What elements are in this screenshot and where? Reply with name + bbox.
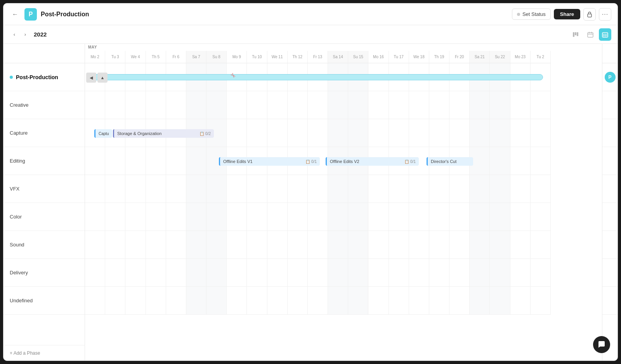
day-header-cell: Su 15 [348, 51, 368, 63]
phase-item-delivery[interactable]: Delivery [3, 259, 85, 287]
days-row: Mo 2Tu 3We 4Th 5Fr 6Sa 7Su 8Mo 9Tu 10We … [85, 51, 551, 63]
add-phase-button[interactable]: + Add a Phase [3, 345, 85, 361]
gantt-cell [490, 259, 510, 286]
task-bar-editing-2[interactable]: Offline Edits V2📋 0/1 [326, 157, 419, 166]
gantt-cell [166, 287, 186, 314]
bar-action-right[interactable]: ▲ [97, 73, 108, 83]
gantt-cell [267, 287, 288, 314]
gantt-cell [105, 147, 125, 175]
gantt-cell [146, 231, 166, 258]
gantt-cell [288, 91, 308, 119]
phase-item-editing[interactable]: Editing [3, 147, 85, 175]
gantt-cell [490, 91, 510, 119]
gantt-cell [105, 287, 125, 314]
gantt-grid-inner: MAY Mo 2Tu 3We 4Th 5Fr 6Sa 7Su 8Mo 9Tu 1… [85, 44, 551, 361]
phase-item-capture[interactable]: Capture [3, 119, 85, 147]
gantt-view-button[interactable] [599, 28, 611, 41]
phase-dot [10, 76, 13, 79]
gantt-cell [409, 231, 429, 258]
gantt-cell [146, 259, 166, 286]
gantt-cell [449, 203, 470, 231]
chat-button[interactable] [593, 336, 610, 353]
gantt-cell [510, 231, 531, 258]
calendar-icon [587, 31, 593, 38]
gantt-cell [368, 287, 389, 314]
day-header: MAY Mo 2Tu 3We 4Th 5Fr 6Sa 7Su 8Mo 9Tu 1… [85, 44, 551, 63]
gantt-cell [490, 119, 510, 147]
phase-item-creative[interactable]: Creative [3, 91, 85, 119]
gantt-icon [602, 31, 608, 38]
day-header-cell: Fr 13 [308, 51, 328, 63]
lock-icon [587, 11, 592, 17]
gantt-cell [227, 119, 247, 147]
gantt-cell [409, 287, 429, 314]
phase-item-post-production[interactable]: Post-Production [3, 63, 85, 91]
gantt-cell [429, 203, 449, 231]
more-button[interactable]: ··· [599, 8, 611, 21]
share-button[interactable]: Share [554, 9, 580, 19]
set-status-button[interactable]: Set Status [512, 9, 551, 20]
back-button[interactable]: ← [10, 9, 21, 20]
gantt-cell [186, 175, 206, 203]
task-bar-capture-1[interactable]: Captu [94, 129, 112, 138]
task-bar-editing-3[interactable]: Director's Cut [427, 157, 473, 166]
gantt-cell [166, 231, 186, 258]
gantt-cell [85, 203, 105, 231]
gantt-cell [389, 175, 409, 203]
task-bar-editing-1[interactable]: Offline Edits V1📋 0/1 [219, 157, 320, 166]
gantt-cell [328, 91, 348, 119]
gantt-row-delivery [85, 259, 551, 287]
gantt-cell [531, 231, 551, 258]
gantt-cell [328, 203, 348, 231]
gantt-cell [166, 147, 186, 175]
phase-item-color[interactable]: Color [3, 203, 85, 231]
day-header-cell: Tu 3 [105, 51, 125, 63]
phase-item-sound[interactable]: Sound [3, 231, 85, 259]
gantt-cell [105, 259, 125, 286]
project-icon: P [24, 8, 37, 21]
avatar-cell-capture [602, 119, 618, 147]
gantt-cell [510, 119, 531, 147]
gantt-cell [125, 147, 146, 175]
day-header-cell: We 11 [267, 51, 288, 63]
gantt-cell [449, 259, 470, 286]
day-header-cell: Th 19 [429, 51, 449, 63]
gantt-cell [449, 287, 470, 314]
day-header-cell: Mo 23 [510, 51, 531, 63]
calendar-view-button[interactable] [584, 28, 597, 41]
gantt-cell [429, 91, 449, 119]
phase-item-undefined[interactable]: Undefined [3, 287, 85, 315]
svg-rect-2 [575, 32, 576, 35]
gantt-cell [247, 91, 267, 119]
gantt-cell [490, 175, 510, 203]
day-header-cell: Sa 7 [186, 51, 206, 63]
prev-arrow[interactable]: ‹ [10, 30, 19, 39]
gantt-grid-area[interactable]: MAY Mo 2Tu 3We 4Th 5Fr 6Sa 7Su 8Mo 9Tu 1… [85, 44, 602, 361]
gantt-cell [389, 119, 409, 147]
gantt-cell [328, 287, 348, 314]
day-header-cell: Tu 2 [531, 51, 551, 63]
gantt-cell [429, 119, 449, 147]
bar-action-left[interactable]: ◀ [86, 73, 96, 83]
gantt-row-sound [85, 231, 551, 259]
flow-view-button[interactable] [569, 28, 582, 41]
gantt-cell [510, 147, 531, 175]
svg-rect-8 [602, 33, 608, 37]
gantt-cell [105, 231, 125, 258]
lock-button[interactable] [583, 8, 596, 21]
gantt-cell [389, 91, 409, 119]
day-header-cell: We 18 [409, 51, 429, 63]
gantt-row-color [85, 203, 551, 231]
gantt-cell [125, 175, 146, 203]
task-bar-capture-2[interactable]: Storage & Organization📋 0/2 [113, 129, 214, 138]
gantt-cell [166, 259, 186, 286]
avatar-cell-undefined [602, 287, 618, 315]
next-arrow[interactable]: › [21, 30, 30, 39]
toolbar-right [569, 28, 611, 41]
gantt-cell [308, 259, 328, 286]
day-header-cell: Su 22 [490, 51, 510, 63]
day-header-cell: Mo 16 [368, 51, 389, 63]
gantt-cell [470, 203, 490, 231]
phase-item-vfx[interactable]: VFX [3, 175, 85, 203]
main-gantt-bar[interactable] [91, 74, 543, 80]
